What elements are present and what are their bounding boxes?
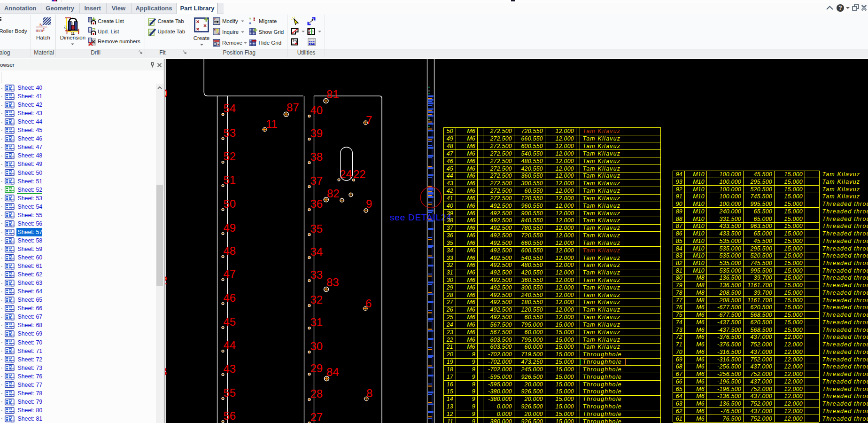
svg-text:15.000: 15.000 bbox=[784, 312, 803, 318]
svg-text:100.000: 100.000 bbox=[719, 179, 741, 185]
svg-text:12.000: 12.000 bbox=[556, 128, 574, 134]
svg-text:72: 72 bbox=[676, 334, 682, 340]
svg-text:30: 30 bbox=[447, 277, 453, 283]
svg-text:35: 35 bbox=[310, 222, 323, 235]
svg-text:88: 88 bbox=[676, 216, 682, 222]
svg-text:Threaded throu: Threaded throu bbox=[822, 208, 868, 215]
svg-text:17: 17 bbox=[447, 374, 454, 380]
svg-text:54: 54 bbox=[224, 102, 236, 115]
svg-text:12.000: 12.000 bbox=[556, 135, 574, 142]
svg-text:9: 9 bbox=[472, 411, 475, 417]
svg-text:?: ? bbox=[838, 5, 842, 11]
svg-text:Tam Kilavuz: Tam Kilavuz bbox=[583, 172, 621, 179]
svg-text:492.500: 492.500 bbox=[490, 210, 512, 217]
svg-text:15.000: 15.000 bbox=[784, 282, 803, 289]
svg-text:M6: M6 bbox=[467, 232, 475, 239]
svg-text:Tam Kilavuz: Tam Kilavuz bbox=[583, 284, 621, 291]
svg-text:43: 43 bbox=[224, 362, 236, 375]
svg-text:15.000: 15.000 bbox=[784, 260, 803, 266]
svg-text:60.550: 60.550 bbox=[525, 314, 543, 321]
svg-text:M8: M8 bbox=[696, 290, 705, 296]
svg-text:42: 42 bbox=[447, 188, 453, 194]
svg-text:19: 19 bbox=[447, 359, 453, 365]
svg-text:40: 40 bbox=[447, 203, 453, 209]
svg-text:15.000: 15.000 bbox=[784, 297, 803, 304]
svg-text:437.000: 437.000 bbox=[750, 378, 772, 385]
svg-text:M6: M6 bbox=[467, 203, 475, 209]
svg-text:567.500: 567.500 bbox=[490, 321, 512, 328]
svg-text:Tam Kilavuz: Tam Kilavuz bbox=[583, 262, 621, 268]
svg-text:1161.700: 1161.700 bbox=[747, 297, 772, 304]
svg-text:995.500: 995.500 bbox=[750, 201, 772, 207]
svg-text:Threaded throu: Threaded throu bbox=[822, 223, 868, 229]
svg-text:Threaded throu: Threaded throu bbox=[822, 378, 868, 385]
svg-text:M6: M6 bbox=[467, 188, 475, 194]
svg-text:M10: M10 bbox=[693, 193, 705, 200]
svg-text:Tam Kilavuz: Tam Kilavuz bbox=[583, 188, 621, 194]
svg-text:82: 82 bbox=[327, 187, 340, 200]
svg-text:620.500: 620.500 bbox=[750, 304, 772, 311]
svg-text:535.000: 535.000 bbox=[719, 260, 741, 266]
svg-text:15.000: 15.000 bbox=[784, 290, 803, 296]
svg-text:540.550: 540.550 bbox=[521, 150, 543, 157]
svg-text:926.500: 926.500 bbox=[521, 418, 543, 423]
svg-text:568.500: 568.500 bbox=[750, 327, 772, 333]
svg-text:620.500: 620.500 bbox=[750, 319, 772, 326]
svg-text:12.000: 12.000 bbox=[556, 150, 574, 157]
svg-text:M6: M6 bbox=[696, 312, 705, 318]
svg-text:91: 91 bbox=[676, 193, 682, 200]
svg-text:M6: M6 bbox=[467, 321, 475, 328]
svg-text:660.550: 660.550 bbox=[521, 240, 543, 246]
svg-text:73: 73 bbox=[676, 327, 682, 333]
svg-text:-316.500: -316.500 bbox=[717, 356, 741, 363]
svg-text:272.500: 272.500 bbox=[489, 188, 512, 194]
svg-text:12.000: 12.000 bbox=[556, 255, 574, 261]
svg-text:437.000: 437.000 bbox=[750, 349, 772, 355]
svg-text:92: 92 bbox=[676, 186, 682, 193]
svg-text:20: 20 bbox=[64, 25, 67, 29]
svg-text:473.250: 473.250 bbox=[521, 359, 543, 365]
svg-text:9: 9 bbox=[472, 403, 475, 410]
svg-text:300.550: 300.550 bbox=[521, 284, 543, 291]
svg-text:Tam Kilavuz: Tam Kilavuz bbox=[583, 277, 621, 283]
svg-text:Threaded throu: Threaded throu bbox=[822, 238, 868, 244]
svg-text:995.500: 995.500 bbox=[750, 267, 772, 274]
svg-text:79: 79 bbox=[676, 282, 682, 289]
svg-text:9: 9 bbox=[472, 359, 475, 365]
svg-text:745.500: 745.500 bbox=[750, 260, 772, 266]
svg-text:39: 39 bbox=[447, 210, 453, 217]
svg-text:272.500: 272.500 bbox=[489, 135, 512, 142]
svg-text:100.000: 100.000 bbox=[719, 171, 741, 178]
svg-text:49: 49 bbox=[224, 221, 236, 234]
svg-text:83: 83 bbox=[676, 252, 682, 259]
svg-text:41: 41 bbox=[447, 195, 453, 202]
svg-text:Tam Kilavuz: Tam Kilavuz bbox=[583, 321, 621, 328]
svg-text:15.000: 15.000 bbox=[556, 411, 574, 417]
svg-text:Tam Kilavuz: Tam Kilavuz bbox=[583, 292, 621, 298]
svg-text:-380.000: -380.000 bbox=[488, 396, 512, 402]
svg-text:535.000: 535.000 bbox=[719, 245, 741, 252]
svg-text:15.000: 15.000 bbox=[784, 201, 803, 207]
svg-text:9: 9 bbox=[472, 381, 475, 388]
svg-text:M6: M6 bbox=[467, 269, 475, 276]
svg-text:245.000: 245.000 bbox=[520, 366, 543, 373]
svg-text:23: 23 bbox=[446, 329, 453, 336]
svg-text:433.500: 433.500 bbox=[719, 223, 741, 229]
svg-text:-376.500: -376.500 bbox=[717, 341, 741, 348]
svg-text:Throughhole: Throughhole bbox=[583, 411, 622, 417]
svg-text:15.000: 15.000 bbox=[784, 304, 803, 311]
svg-text:M6: M6 bbox=[467, 165, 475, 172]
svg-text:69: 69 bbox=[676, 356, 682, 363]
svg-text:32: 32 bbox=[310, 293, 323, 306]
svg-text:20.000: 20.000 bbox=[524, 396, 543, 402]
svg-text:34: 34 bbox=[447, 247, 453, 254]
svg-text:12.000: 12.000 bbox=[556, 232, 574, 239]
svg-text:67: 67 bbox=[676, 371, 683, 377]
svg-text:Tam Kilavuz: Tam Kilavuz bbox=[583, 247, 621, 254]
svg-text:9: 9 bbox=[472, 366, 475, 373]
svg-text:520.500: 520.500 bbox=[750, 186, 772, 193]
svg-text:87: 87 bbox=[676, 223, 683, 229]
svg-text:-376.500: -376.500 bbox=[717, 334, 741, 340]
svg-text:9: 9 bbox=[472, 351, 475, 358]
svg-text:12.000: 12.000 bbox=[784, 349, 803, 355]
